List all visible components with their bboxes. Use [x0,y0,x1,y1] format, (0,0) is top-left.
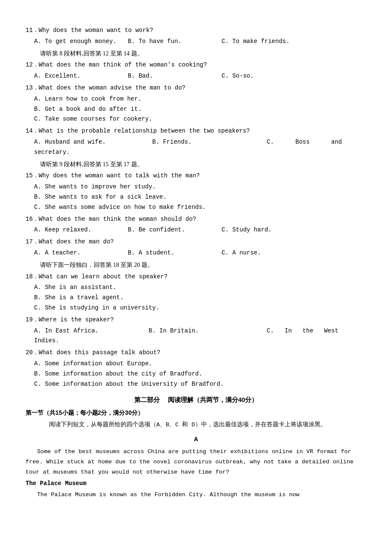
section2-header-text: 第二部分 阅读理解（共两节，满分40分） [134,396,258,403]
question-11: 11．Why does the woman want to work? A. T… [26,26,366,47]
question-15: 15．Why does the woman want to talk with … [26,171,366,212]
instruction-9: 请听第 9 段材料,回答第 15 至第 17 题。 [26,159,366,170]
q13-optB: B. Get a book and do after it. [26,104,366,115]
q19-text: 19．Where is the speaker? [26,315,366,325]
q15-optC: C. She wants some advice on how to make … [26,202,366,213]
q17-text: 17．What does the man do? [26,237,366,247]
q13-optC: C. Take some courses for cookery. [26,114,366,124]
palace-subtitle: The Palace Museum [26,479,366,489]
q16-optA: A. Keep relaxed. [34,225,128,235]
question-20: 20．What does this passage talk about? A.… [26,348,366,389]
q11-text: 11．Why does the woman want to work? [26,26,366,36]
q14-optA: A. Husband and wife. B. Friends. C. Boss… [34,139,342,145]
q12-optA: A. Excellent. [34,71,128,81]
q19-options: A. In East Africa. B. In Britain. C. In … [26,326,366,347]
q16-text: 16．What does the man think the woman sho… [26,214,366,225]
q14-wrap: secretary. [34,149,70,156]
passage-a-title: A [26,434,366,445]
question-16: 16．What does the man think the woman sho… [26,214,366,236]
q11-optB: B. To have fun. [128,37,222,47]
q20-optC: C. Some information about the University… [26,379,366,390]
question-19: 19．Where is the speaker? A. In East Afri… [26,315,366,346]
q13-optA: A. Learn how to cook from her. [26,94,366,104]
instruction-9-text: 请听第 9 段材料,回答第 15 至第 17 题。 [26,159,366,170]
q12-optB: B. Bad. [128,71,222,81]
palace-subtitle-text: The Palace Museum [26,480,86,487]
passage-title-text: A [194,436,198,443]
question-17: 17．What does the man do? A. A teacher. B… [26,237,366,258]
palace-text-content: The Palace Museum is known as the Forbid… [37,491,300,498]
q12-text: 12．What does the man think of the woman’… [26,60,366,70]
q16-optB: B. Be confident. [128,225,222,235]
q17-optB: B. A student. [128,248,222,258]
q18-optA: A. She is an assistant. [26,283,366,293]
q20-optB: B. Some information about the city of Br… [26,369,366,379]
palace-text: The Palace Museum is known as the Forbid… [26,490,366,500]
section1-sub-text: 第一节（共15小题；每小题2分，满分30分） [26,409,144,416]
instruction-8-text: 请听第 8 段材料,回答第 12 至第 14 题。 [26,49,366,59]
question-12: 12．What does the man think of the woman’… [26,60,366,81]
section1-sub: 第一节（共15小题；每小题2分，满分30分） [26,408,366,418]
q20-optA: A. Some information about Europe. [26,359,366,369]
instruction-mono: 请听下面一段独白，回答第 18 至第 20 题。 [26,260,366,270]
question-14: 14．What is the probable relationship bet… [26,126,366,157]
q14-options: A. Husband and wife. B. Friends. C. Boss… [26,137,366,158]
q14-text: 14．What is the probable relationship bet… [26,126,366,136]
q19-optA: A. In East Africa. B. In Britain. C. In … [34,327,338,334]
q15-optB: B. She wants to ask for a sick leave. [26,192,366,202]
instruction-mono-text: 请听下面一段独白，回答第 18 至第 20 题。 [26,260,366,270]
q17-options: A. A teacher. B. A student. C. A nurse. [26,248,366,258]
q11-optC: C. To make friends. [222,37,366,47]
q11-optA: A. To get enough money. [34,37,128,47]
passage-intro: Some of the best museums across China ar… [26,447,366,477]
q12-optC: C. So-so. [222,71,366,81]
q12-options: A. Excellent. B. Bad. C. So-so. [26,71,366,81]
q13-text: 13．What does the woman advise the man to… [26,83,366,93]
q17-optC: C. A nurse. [222,248,366,258]
q16-optC: C. Study hard. [222,225,366,235]
question-18: 18．What can we learn about the speaker? … [26,272,366,313]
q16-options: A. Keep relaxed. B. Be confident. C. Stu… [26,225,366,235]
question-13: 13．What does the woman advise the man to… [26,83,366,124]
q17-optA: A. A teacher. [34,248,128,258]
instruction-8: 请听第 8 段材料,回答第 12 至第 14 题。 [26,49,366,59]
q18-text: 18．What can we learn about the speaker? [26,272,366,282]
instruction-para: 阅读下列短文，从每题所给的四个选项（A、B、C 和 D）中，选出最佳选项，并在答… [26,420,366,430]
q18-optB: B. She is a travel agent. [26,293,366,303]
q15-optA: A. She wants to improve her study. [26,182,366,192]
instruction-para-text: 阅读下列短文，从每题所给的四个选项（A、B、C 和 D）中，选出最佳选项，并在答… [37,422,326,428]
passage-intro-text: Some of the best museums across China ar… [26,448,354,475]
section2-header: 第二部分 阅读理解（共两节，满分40分） [26,394,366,405]
q11-options: A. To get enough money. B. To have fun. … [26,37,366,47]
q18-optC: C. She is studying in a university. [26,303,366,313]
q19-wrap: Indies. [34,337,59,344]
q20-text: 20．What does this passage talk about? [26,348,366,358]
q15-text: 15．Why does the woman want to talk with … [26,171,366,181]
